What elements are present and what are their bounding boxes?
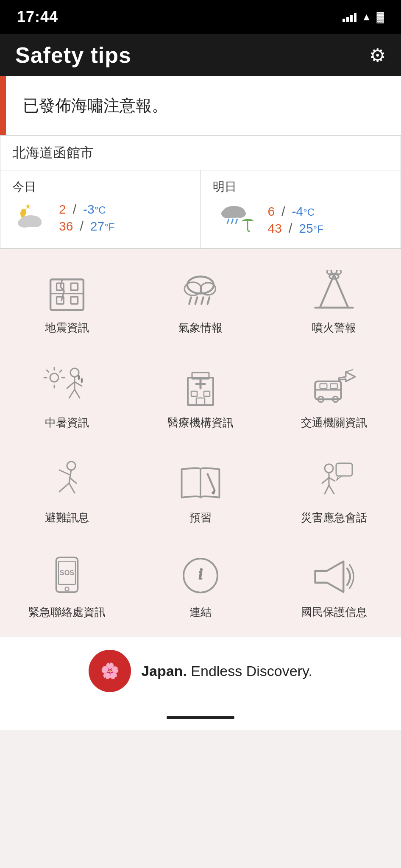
weather-menu-icon <box>175 270 226 312</box>
svg-point-1 <box>18 218 31 228</box>
svg-point-37 <box>70 368 79 377</box>
today-icon <box>12 200 50 236</box>
disaster-talk-label: 災害應急會話 <box>301 511 367 525</box>
svg-rect-47 <box>191 391 197 396</box>
svg-line-60 <box>59 483 69 492</box>
weather-container: 北海道函館市 今日 <box>0 136 401 249</box>
civil-protection-label: 國民保護信息 <box>301 605 367 620</box>
menu-item-heatstroke[interactable]: 中暑資訊 <box>0 348 134 443</box>
menu-item-evacuation[interactable]: 避難訊息 <box>0 443 134 538</box>
evacuation-label: 避難訊息 <box>45 511 89 525</box>
menu-item-disaster-talk[interactable]: 災害應急會話 <box>267 443 401 538</box>
tomorrow-celsius: 6 / -4°C <box>268 204 323 219</box>
weather-today: 今日 2 <box>0 170 201 248</box>
svg-line-21 <box>195 297 197 304</box>
medical-label: 醫療機構資訊 <box>167 416 234 430</box>
tomorrow-row: 6 / -4°C 43 / 25°F <box>213 200 389 240</box>
civil-protection-icon <box>309 554 359 597</box>
signal-icon <box>343 12 356 22</box>
tomorrow-label: 明日 <box>213 179 389 195</box>
svg-point-2 <box>30 219 42 227</box>
today-celsius: 2 / -3°C <box>59 202 114 217</box>
menu-item-earthquake[interactable]: 地震資訊 <box>0 253 134 348</box>
svg-point-27 <box>327 270 332 274</box>
svg-line-61 <box>69 483 75 493</box>
tomorrow-temps: 6 / -4°C 43 / 25°F <box>268 204 323 236</box>
svg-line-36 <box>60 370 62 372</box>
app-header: Safety tips ⚙ <box>0 34 401 76</box>
svg-rect-16 <box>71 297 78 304</box>
transport-icon <box>309 365 359 407</box>
svg-line-69 <box>325 485 329 494</box>
menu-item-weather[interactable]: 氣象情報 <box>134 253 267 348</box>
info-icon: i <box>175 554 226 597</box>
svg-rect-48 <box>204 391 210 396</box>
tomorrow-fahrenheit: 43 / 25°F <box>268 221 323 236</box>
home-bar <box>167 716 234 719</box>
status-time: 17:44 <box>17 8 58 26</box>
sos-icon: SOS <box>42 554 92 597</box>
svg-line-40 <box>75 382 82 386</box>
svg-line-35 <box>47 370 49 372</box>
menu-item-civil-protection[interactable]: 國民保護信息 <box>267 537 401 632</box>
tomorrow-high-f: 43 <box>268 221 282 236</box>
tomorrow-icon <box>213 200 259 240</box>
info-label: 連結 <box>189 605 212 620</box>
svg-rect-55 <box>330 384 337 388</box>
svg-rect-49 <box>196 398 205 405</box>
menu-item-volcano[interactable]: 噴火警報 <box>267 253 401 348</box>
menu-grid: 地震資訊 氣象情報 <box>0 249 401 637</box>
home-indicator <box>0 705 401 730</box>
today-slash-c: / <box>73 202 76 217</box>
menu-item-info[interactable]: i 連結 <box>134 537 267 632</box>
svg-point-18 <box>184 282 201 295</box>
svg-line-8 <box>231 219 233 224</box>
weather-grid: 今日 2 <box>0 170 401 248</box>
status-icons: ▲ ▓ <box>343 11 384 23</box>
today-high-c: 2 <box>59 202 66 217</box>
svg-point-5 <box>221 209 235 218</box>
japan-logo <box>89 650 131 692</box>
location-bar: 北海道函館市 <box>0 136 401 170</box>
tomorrow-low-f: 25°F <box>299 221 323 236</box>
menu-item-transport[interactable]: 交通機關資訊 <box>267 348 401 443</box>
weather-tomorrow: 明日 <box>201 170 401 248</box>
volcano-label: 噴火警報 <box>312 321 356 335</box>
svg-line-9 <box>236 219 237 224</box>
today-slash-f: / <box>80 219 83 234</box>
svg-line-7 <box>227 219 229 224</box>
alert-stripe <box>0 76 6 135</box>
menu-item-preparation[interactable]: 預習 <box>134 443 267 538</box>
status-bar: 17:44 ▲ ▓ <box>0 0 401 34</box>
today-weather-icon <box>12 200 50 230</box>
menu-item-medical[interactable]: 醫療機構資訊 <box>134 348 267 443</box>
alert-banner[interactable]: 已發佈海嘯注意報。 <box>0 76 401 136</box>
menu-item-sos[interactable]: SOS 緊急聯絡處資訊 <box>0 537 134 632</box>
wifi-icon: ▲ <box>362 11 372 23</box>
svg-line-68 <box>329 478 335 481</box>
footer: Japan. Endless Discovery. <box>0 637 401 705</box>
svg-line-39 <box>67 382 75 388</box>
today-fahrenheit: 36 / 27°F <box>59 219 114 234</box>
svg-line-63 <box>208 474 215 490</box>
preparation-label: 預習 <box>189 511 212 525</box>
svg-line-67 <box>322 478 329 483</box>
tomorrow-weather-icon <box>213 200 259 234</box>
svg-point-28 <box>337 270 341 274</box>
svg-point-65 <box>325 464 333 473</box>
footer-brand-bold: Japan. <box>141 663 187 679</box>
svg-line-23 <box>208 297 209 304</box>
title-regular: Safety <box>15 43 91 67</box>
earthquake-label: 地震資訊 <box>45 321 89 335</box>
alert-text: 已發佈海嘯注意報。 <box>23 95 168 117</box>
disaster-talk-icon <box>309 460 359 502</box>
svg-rect-14 <box>71 283 78 290</box>
volcano-icon <box>309 270 359 312</box>
today-low-c: -3°C <box>83 202 106 217</box>
svg-line-22 <box>201 297 203 304</box>
today-temps: 2 / -3°C 36 / 27°F <box>59 202 114 234</box>
svg-line-41 <box>69 389 75 398</box>
evacuation-icon <box>42 460 92 502</box>
settings-button[interactable]: ⚙ <box>369 45 386 66</box>
svg-point-30 <box>50 373 58 382</box>
